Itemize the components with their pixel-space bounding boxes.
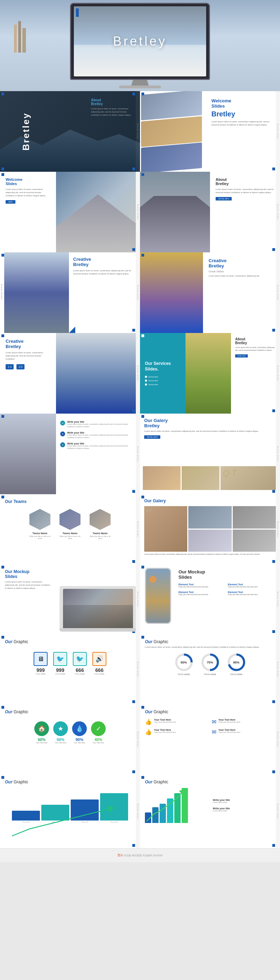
- slide-list: ● Write your title Lorem ipsum dolor sit…: [0, 414, 140, 494]
- slide-services: Our Services Slides. Service item Servic…: [140, 333, 280, 414]
- slide-row-5: ● Write your title Lorem ipsum dolor sit…: [0, 414, 280, 494]
- corner-tl-m2: [141, 566, 144, 568]
- slide-gallery2: Our Galery Q T Lorem ipsum dolor sit ame…: [140, 494, 280, 564]
- corner-tl-g2: [141, 496, 144, 498]
- slide-row-8: Our Graphic 🖥 999 TITLE HERE 🐦 999 TITLE…: [0, 635, 280, 705]
- sidebar-label-13: Bretley Slides: [136, 564, 140, 635]
- slide-teams: Our Teams Teams Name Write your title or…: [0, 494, 140, 564]
- slide-row-10: Our Graphic TITLE YRS TITLE YRS TITLE YR…: [0, 775, 280, 848]
- slide-creative3: Creative Bretley Lorem ipsum dolor sit a…: [0, 333, 140, 414]
- slide-bretley-dark: Bretley About Bretley Lorem ipsum dolor …: [0, 91, 140, 172]
- corner-bl-dark: [2, 167, 4, 170]
- sidebar-label-20: Bretley Slides: [276, 775, 280, 848]
- corner-br-gp: [272, 700, 275, 703]
- corner-br-c1: [132, 329, 135, 332]
- slide-row-3: Great Slides Creative Bretley Lorem ipsu…: [0, 252, 280, 333]
- sidebar-label-3: Bretley Slides: [136, 172, 140, 252]
- sidebar-label-18: Bretley Slides: [276, 705, 280, 775]
- about-box: About Bretley Lorem ipsum dolor sit amet…: [91, 98, 133, 117]
- brand-vertical: Bretley: [21, 112, 32, 150]
- corner-br-g1: [272, 490, 275, 493]
- corner-br-dark: [132, 167, 135, 170]
- sidebar-label-1: Bretley Slides: [136, 91, 140, 172]
- slide-row-4: Creative Bretley Lorem ipsum dolor sit a…: [0, 333, 280, 414]
- sidebar-label-16: Bretley Slides: [276, 635, 280, 705]
- sidebar-label-11: Bretley Slides: [136, 494, 140, 564]
- corner-br-ab: [272, 248, 275, 251]
- slide-creative2: Creative Bretley Great Slides Lorem ipsu…: [140, 252, 280, 333]
- slide-row-9: Our Graphic 🏠 60% Your Title Here ★ 50% …: [0, 705, 280, 775]
- corner-br-arr: [272, 844, 275, 847]
- corner-tl-inf1: [2, 706, 4, 709]
- corner-br-c2: [272, 329, 275, 332]
- corner-tl-g1: [141, 415, 144, 418]
- corner-tl-g1a: [2, 636, 4, 639]
- corner-tl-s: [141, 334, 144, 337]
- sidebar-label-7: Bretley Slides: [136, 333, 140, 414]
- slide-graphic-icons1: Our Graphic 🖥 999 TITLE HERE 🐦 999 TITLE…: [0, 635, 140, 705]
- corner-br-2: [132, 248, 135, 251]
- corner-tl-m1: [2, 566, 4, 568]
- slide-infographic1: Our Graphic 🏠 60% Your Title Here ★ 50% …: [0, 705, 140, 775]
- slide-bar-chart: Our Graphic TITLE YRS TITLE YRS TITLE YR…: [0, 775, 140, 848]
- corner-tl-t: [2, 496, 4, 498]
- sidebar-label-19: Bretley Slides: [136, 775, 140, 848]
- corner-tl: [141, 92, 144, 95]
- corner-br: [272, 167, 275, 170]
- slide-graphic-pie: Our Graphic Lorem ipsum dolor sit amet, …: [140, 635, 280, 705]
- slide-row-7: Our Mockup Slides Lorem ipsum dolor sit …: [0, 564, 280, 635]
- bottom-brand-row: 图网 作品集 每日更新 作品编号:1610259: [0, 848, 280, 862]
- corner-tl-c1: [2, 254, 4, 256]
- corner-br-m2: [272, 630, 275, 633]
- slide-welcome2: Welcome Slides Lorem ipsum dolor sit ame…: [0, 172, 140, 252]
- sidebar-label-15: Bretley Slides: [136, 635, 140, 705]
- corner-tl-gp: [141, 636, 144, 639]
- sidebar-label-14: Bretley Slides: [276, 564, 280, 635]
- corner-tl-2: [2, 173, 4, 176]
- welcome-content: Welcome Slides Bretley Lorem ipsum dolor…: [211, 98, 274, 127]
- sidebar-label-9: Bretley Slides: [136, 414, 140, 494]
- slide-about-bretley: About Bretley Lorem ipsum dolor sit amet…: [140, 172, 280, 252]
- corner-br-c3: [132, 409, 135, 412]
- corner-br-s: [272, 409, 275, 412]
- corner-tl-ab: [141, 173, 144, 176]
- sidebar-label-5: Bretley Slides: [136, 252, 140, 333]
- corner-tl-c3: [2, 334, 4, 337]
- corner-br-soc: [272, 770, 275, 773]
- slide-arrow-chart: Our Graphic: [140, 775, 280, 848]
- slide-welcome-bretley: Welcome Slides Bretley Lorem ipsum dolor…: [140, 91, 280, 172]
- slide-mockup1: Our Mockup Slides Lorem ipsum dolor sit …: [0, 564, 140, 635]
- slide-row-1: Bretley About Bretley Lorem ipsum dolor …: [0, 91, 280, 172]
- sidebar-label-4: Bretley Slides: [276, 172, 280, 252]
- corner-tl-bar: [2, 776, 4, 779]
- slide-row-2: Welcome Slides Lorem ipsum dolor sit ame…: [0, 172, 280, 252]
- corner-tl-soc: [141, 706, 144, 709]
- slide-social: Our Graphic 👍 Your Text Here Copy your t…: [140, 705, 280, 775]
- corner-tl-l: [2, 415, 4, 418]
- sidebar-label-2: Bretley Slides: [276, 91, 280, 172]
- slide-creative1: Great Slides Creative Bretley Lorem ipsu…: [0, 252, 140, 333]
- monitor-title: Bretley: [113, 34, 167, 49]
- corner-tr-dark: [132, 92, 135, 95]
- slide-row-6: Our Teams Teams Name Write your title or…: [0, 494, 280, 564]
- sidebar-label-17: Bretley Slides: [136, 705, 140, 775]
- sidebar-label-8: Bretley Slides: [276, 333, 280, 414]
- corner-tl-dark: [2, 92, 4, 95]
- corner-br-l: [132, 490, 135, 493]
- corner-br-g1a: [132, 700, 135, 703]
- slide-mockup2: Our Mockup Slides Element Text Copy your…: [140, 564, 280, 635]
- books-decoration: [14, 21, 26, 52]
- corner-tl-arr: [141, 776, 144, 779]
- hero-section: Bretley: [0, 0, 280, 91]
- corner-br-g2: [272, 560, 275, 563]
- corner-br-inf1: [132, 770, 135, 773]
- sidebar-label-10: Bretley Slides: [276, 414, 280, 494]
- corner-br-bar: [132, 844, 135, 847]
- monitor: Bretley: [70, 3, 210, 88]
- corner-tl-c2: [141, 254, 144, 256]
- slide-gallery1: Our Galery Bretley Lorem ipsum dolor sit…: [140, 414, 280, 494]
- sidebar-label-6: Bretley Slides: [276, 252, 280, 333]
- sidebar-label-12: Bretley Slides: [276, 494, 280, 564]
- corner-br-t: [132, 560, 135, 563]
